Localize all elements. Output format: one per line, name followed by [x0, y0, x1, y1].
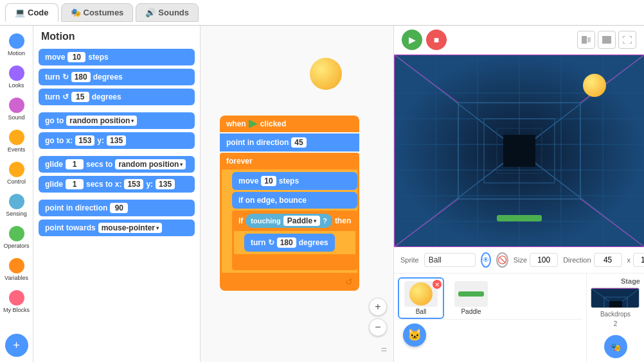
sidebar-item-myblocks[interactable]: My Blocks	[0, 288, 33, 316]
block-glide-xy[interactable]: glide 1 secs to x: 153 y: 135	[39, 176, 195, 193]
fullscreen-button[interactable]	[618, 31, 636, 49]
sidebar-item-variables[interactable]: Variables	[0, 255, 33, 284]
sprite-name-input[interactable]	[424, 253, 476, 267]
categories-panel: Motion Looks Sound Events Control Sensin…	[0, 26, 33, 362]
direction-label: Direction	[563, 256, 591, 264]
ball-sprite-stage	[583, 74, 606, 97]
operators-dot	[9, 226, 24, 241]
sensing-dot	[9, 194, 24, 209]
size-label: Size	[514, 256, 527, 264]
backdrops-label: Backdrops	[591, 311, 640, 318]
turn-block[interactable]: turn ↻ 180 degrees	[244, 234, 335, 252]
control-icons: ▶ ■	[402, 30, 447, 50]
paddle-thumb	[458, 291, 484, 297]
sidebar-item-label-myblocks: My Blocks	[3, 307, 30, 313]
x-group: x	[627, 253, 644, 267]
size-group: Size	[514, 253, 558, 267]
sprite-card-ball[interactable]: ✕ Ball	[398, 277, 444, 319]
clicked-label: clicked	[260, 119, 287, 128]
sidebar-item-sensing[interactable]: Sensing	[0, 191, 33, 220]
direction-group: Direction	[563, 253, 622, 267]
motion-dot	[9, 33, 24, 49]
point-dir-block[interactable]: point in direction 45	[220, 134, 359, 151]
forever-block[interactable]: forever move 10 steps if on edge, bounce	[220, 153, 359, 291]
sounds-icon: 🔊	[145, 8, 156, 17]
sidebar-item-sound[interactable]: Sound	[0, 95, 33, 123]
zoom-out-button[interactable]: −	[369, 318, 387, 336]
size-input[interactable]	[530, 253, 558, 267]
zoom-in-button[interactable]: +	[369, 298, 387, 316]
script-stack: when clicked point in direction 45 forev…	[220, 116, 359, 291]
sprite-add-area: 🐱	[398, 319, 582, 350]
hide-sprite-button[interactable]: 🚫	[496, 252, 508, 268]
block-turn-ccw[interactable]: turn ↺ 15 degrees	[39, 89, 195, 105]
when-flag-block[interactable]: when clicked	[220, 116, 359, 132]
add-sprite-button[interactable]: 🐱	[403, 323, 426, 347]
sprite-delete-ball[interactable]: ✕	[433, 280, 442, 289]
events-dot	[9, 130, 24, 145]
x-label: x	[627, 256, 631, 264]
sidebar-item-looks[interactable]: Looks	[0, 63, 33, 91]
add-backdrop-button[interactable]: 🎭	[604, 335, 627, 358]
sidebar-item-label-sound: Sound	[8, 114, 24, 121]
sidebar-item-label-control: Control	[7, 178, 26, 185]
fit-button[interactable]: =	[381, 344, 387, 356]
block-move[interactable]: move 10 steps	[39, 49, 195, 65]
block-point-dir[interactable]: point in direction 90	[39, 200, 195, 216]
sprite-card-paddle[interactable]: Paddle	[448, 277, 494, 319]
block-goto[interactable]: go to random position ▾	[39, 112, 195, 129]
add-extension-button[interactable]: +	[5, 334, 28, 357]
sprite-name-paddle: Paddle	[461, 308, 481, 315]
tab-sounds[interactable]: 🔊 Sounds	[136, 3, 199, 22]
sidebar-item-label-sensing: Sensing	[6, 211, 27, 217]
svg-rect-0	[582, 36, 587, 44]
show-sprite-button[interactable]: 👁	[481, 252, 491, 268]
sprite-name-ball: Ball	[416, 308, 427, 315]
direction-input[interactable]	[594, 253, 622, 267]
block-turn-cw[interactable]: turn ↻ 180 degrees	[39, 69, 195, 85]
tab-costumes[interactable]: 🎭 Costumes	[61, 3, 134, 22]
block-point-towards[interactable]: point towards mouse-pointer ▾	[39, 220, 195, 236]
paddle-sprite-stage	[497, 215, 542, 221]
tab-code[interactable]: 💻 Code	[5, 3, 58, 22]
svg-rect-38	[609, 301, 622, 308]
large-stage-button[interactable]	[598, 31, 616, 49]
block-goto-xy[interactable]: go to x: 153 y: 135	[39, 132, 195, 149]
svg-rect-2	[602, 36, 611, 44]
sidebar-item-motion[interactable]: Motion	[0, 31, 33, 59]
small-stage-button[interactable]	[577, 31, 595, 49]
sidebar-item-control[interactable]: Control	[0, 159, 33, 187]
sidebar-item-label-events: Events	[8, 146, 26, 153]
sprites-grid: ✕ Ball Paddle	[398, 277, 582, 319]
move-block[interactable]: move 10 steps	[232, 172, 357, 190]
bounce-block[interactable]: if on edge, bounce	[232, 192, 357, 209]
sprite-thumb-paddle	[454, 281, 488, 307]
sidebar-item-operators[interactable]: Operators	[0, 223, 33, 252]
sound-dot	[9, 98, 24, 113]
control-dot	[9, 162, 24, 177]
costumes-icon: 🎭	[71, 8, 81, 17]
if-touching-block[interactable]: if touching Paddle ▾ ? then	[232, 211, 357, 270]
script-area[interactable]: when clicked point in direction 45 forev…	[201, 26, 393, 362]
variables-dot	[9, 258, 24, 273]
tab-code-label: Code	[28, 8, 49, 17]
code-icon: 💻	[15, 8, 25, 17]
sidebar-item-events[interactable]: Events	[0, 127, 33, 155]
looks-dot	[9, 65, 24, 81]
touching-block[interactable]: touching Paddle ▾ ?	[246, 214, 332, 228]
main-area: Motion Looks Sound Events Control Sensin…	[0, 26, 644, 362]
stop-button[interactable]: ■	[426, 30, 447, 50]
blocks-panel: Motion move 10 steps turn ↻ 180 degrees …	[33, 26, 201, 362]
stage-panel: Stage Backdrops 2	[586, 273, 644, 362]
block-glide-random[interactable]: glide 1 secs to random position ▾	[39, 156, 195, 173]
svg-rect-1	[587, 37, 591, 42]
when-label: when	[226, 119, 246, 128]
stage-canvas[interactable]	[394, 55, 644, 247]
view-buttons	[577, 31, 636, 49]
tab-costumes-label: Costumes	[84, 8, 124, 17]
stage-thumbnail[interactable]	[591, 288, 640, 308]
x-input[interactable]	[633, 253, 644, 267]
sidebar-item-label-motion: Motion	[8, 50, 25, 56]
tab-sounds-label: Sounds	[158, 8, 189, 17]
green-flag-button[interactable]: ▶	[402, 30, 422, 50]
